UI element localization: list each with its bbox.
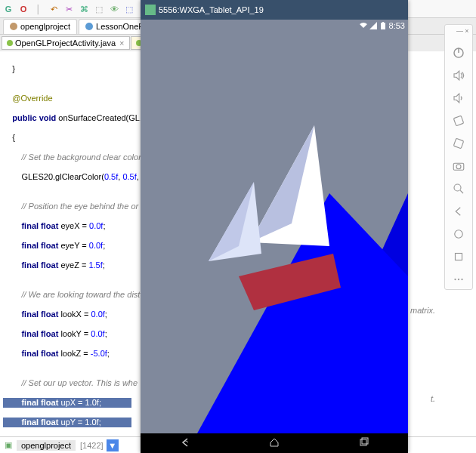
toolbar-cut[interactable]: ✂ <box>63 4 74 14</box>
camera-icon[interactable] <box>452 159 465 173</box>
emulator-control-panel: — × <box>444 24 473 290</box>
panel-titlebar: — × <box>445 28 472 35</box>
status-build-icon[interactable]: ▼ <box>107 439 119 451</box>
zoom-icon[interactable] <box>452 182 465 196</box>
breadcrumb-pkg-label: openglproject <box>20 22 70 31</box>
svg-rect-20 <box>456 254 462 260</box>
emulator-app-icon <box>145 5 156 15</box>
rotate-left-icon[interactable] <box>452 114 465 128</box>
svg-point-19 <box>455 230 463 239</box>
emulator-title-label: 5556:WXGA_Tablet_API_19 <box>159 5 264 14</box>
status-lines: [1422] <box>80 441 104 450</box>
volume-down-icon[interactable] <box>452 91 465 105</box>
nav-home-icon[interactable] <box>269 437 280 450</box>
svg-rect-9 <box>360 439 366 445</box>
toolbar-layout[interactable]: ⬚ <box>124 4 134 14</box>
toolbar-undo[interactable]: ↶ <box>48 4 59 14</box>
close-tab-icon[interactable]: × <box>119 39 124 48</box>
rotate-right-icon[interactable] <box>452 137 465 150</box>
panel-minimize-icon[interactable]: — <box>456 28 462 34</box>
volume-up-icon[interactable] <box>452 69 465 82</box>
nav-back-icon[interactable] <box>180 437 190 450</box>
svg-point-16 <box>456 165 461 169</box>
svg-point-17 <box>454 184 461 191</box>
toolbar-run-g[interactable]: G <box>3 4 14 14</box>
emulator-screen[interactable]: 8:53 <box>141 20 408 433</box>
more-icon[interactable] <box>452 273 465 286</box>
panel-close-icon[interactable]: × <box>464 28 470 34</box>
svg-rect-14 <box>453 138 463 148</box>
home-icon[interactable] <box>452 227 465 241</box>
toolbar-paste[interactable]: ⬚ <box>94 4 104 14</box>
status-icon: ▣ <box>5 440 12 450</box>
svg-point-23 <box>461 279 462 280</box>
breadcrumb-package[interactable]: openglproject <box>3 19 77 34</box>
android-navbar <box>141 433 408 453</box>
emulator-window: 5556:WXGA_Tablet_API_19 8:53 <box>141 0 408 453</box>
toolbar-run-o[interactable]: O <box>18 4 29 14</box>
svg-rect-13 <box>453 116 463 125</box>
toolbar-copy[interactable]: ⌘ <box>79 4 89 14</box>
status-project[interactable]: openglproject <box>17 440 76 451</box>
emulator-titlebar[interactable]: 5556:WXGA_Tablet_API_19 <box>141 0 408 20</box>
toolbar-preview[interactable]: 👁 <box>109 4 119 14</box>
toolbar-sep: │ <box>33 4 44 14</box>
svg-point-22 <box>458 279 459 280</box>
power-icon[interactable] <box>452 46 465 60</box>
svg-line-18 <box>460 190 463 193</box>
editor-tab-activity[interactable]: OpenGLProjectActivity.java× <box>2 36 130 50</box>
back-icon[interactable] <box>452 205 465 218</box>
svg-rect-10 <box>362 438 368 444</box>
overview-icon[interactable] <box>452 250 465 263</box>
nav-recent-icon[interactable] <box>358 437 369 450</box>
opengl-render-output <box>141 20 408 433</box>
svg-point-21 <box>454 279 456 280</box>
